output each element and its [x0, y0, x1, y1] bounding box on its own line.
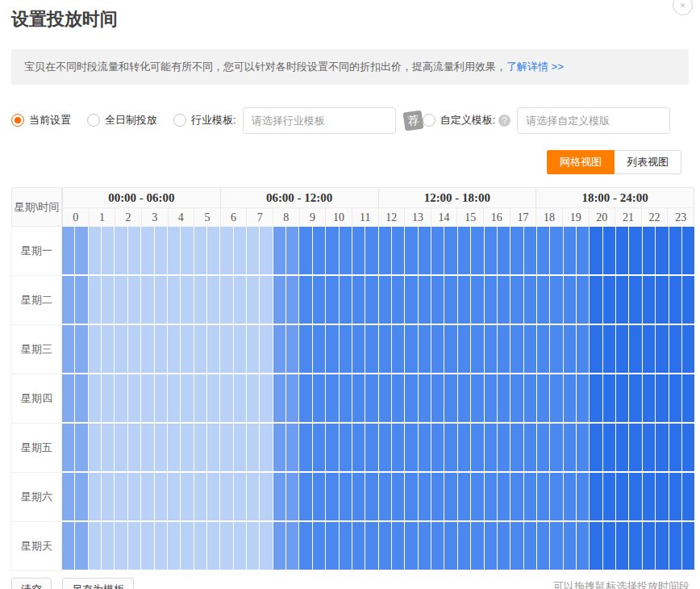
- time-cell[interactable]: [326, 276, 338, 324]
- time-cell[interactable]: [102, 522, 114, 570]
- time-cell[interactable]: [669, 276, 681, 324]
- time-cell[interactable]: [326, 325, 338, 373]
- time-cell[interactable]: [682, 424, 694, 471]
- time-cell[interactable]: [485, 276, 497, 324]
- time-cell[interactable]: [616, 424, 628, 471]
- time-cell[interactable]: [194, 227, 206, 274]
- time-cell[interactable]: [168, 473, 180, 520]
- time-cell[interactable]: [115, 374, 127, 422]
- time-cell[interactable]: [340, 522, 352, 570]
- time-cell[interactable]: [260, 424, 272, 471]
- time-cell[interactable]: [207, 227, 219, 274]
- time-cell[interactable]: [643, 522, 655, 570]
- time-cell[interactable]: [75, 276, 87, 324]
- industry-template-input[interactable]: [243, 107, 396, 134]
- time-cell[interactable]: [128, 227, 140, 274]
- time-cell[interactable]: [405, 522, 417, 570]
- time-cell[interactable]: [550, 424, 562, 471]
- time-cell[interactable]: [247, 325, 259, 373]
- time-cell[interactable]: [234, 424, 246, 471]
- time-cell[interactable]: [524, 473, 536, 520]
- time-cell[interactable]: [616, 276, 628, 324]
- time-cell[interactable]: [155, 424, 167, 471]
- time-cell[interactable]: [392, 374, 404, 422]
- clear-button[interactable]: 清空: [11, 578, 52, 589]
- time-cell[interactable]: [498, 424, 510, 471]
- time-cell[interactable]: [365, 473, 377, 520]
- time-cell[interactable]: [115, 522, 127, 570]
- time-cell[interactable]: [207, 374, 219, 422]
- time-cell[interactable]: [155, 227, 167, 274]
- time-cell[interactable]: [498, 374, 510, 422]
- time-cell[interactable]: [682, 325, 694, 373]
- time-cell[interactable]: [194, 276, 206, 324]
- radio-current-setting[interactable]: 当前设置: [11, 113, 71, 127]
- time-cell[interactable]: [273, 374, 285, 422]
- time-cell[interactable]: [168, 227, 180, 274]
- time-cell[interactable]: [234, 276, 246, 324]
- time-cell[interactable]: [234, 473, 246, 520]
- time-cell[interactable]: [326, 522, 338, 570]
- time-cell[interactable]: [577, 325, 589, 373]
- time-cell[interactable]: [656, 325, 668, 373]
- help-icon[interactable]: ?: [498, 115, 510, 127]
- time-cell[interactable]: [405, 374, 417, 422]
- time-cell[interactable]: [352, 325, 365, 373]
- time-cell[interactable]: [286, 522, 298, 570]
- time-cell[interactable]: [537, 473, 549, 520]
- radio-industry-template[interactable]: 行业模板:: [173, 113, 236, 127]
- radio-fulltime[interactable]: 全日制投放: [87, 113, 157, 127]
- time-cell[interactable]: [155, 473, 167, 520]
- time-cell[interactable]: [75, 325, 87, 373]
- time-cell[interactable]: [207, 276, 219, 324]
- time-cell[interactable]: [471, 424, 483, 471]
- time-cell[interactable]: [471, 276, 483, 324]
- time-cell[interactable]: [629, 325, 641, 373]
- time-cell[interactable]: [444, 374, 456, 422]
- time-cell[interactable]: [115, 325, 127, 373]
- time-cell[interactable]: [89, 424, 101, 471]
- time-cell[interactable]: [603, 227, 615, 274]
- time-cell[interactable]: [340, 473, 352, 520]
- time-cell[interactable]: [273, 473, 285, 520]
- time-cell[interactable]: [299, 227, 311, 274]
- time-cell[interactable]: [168, 374, 180, 422]
- time-cell[interactable]: [326, 227, 338, 274]
- time-cell[interactable]: [62, 522, 74, 570]
- time-cell[interactable]: [379, 473, 391, 520]
- time-cell[interactable]: [603, 325, 615, 373]
- list-view-button[interactable]: 列表视图: [615, 150, 681, 174]
- time-cell[interactable]: [128, 473, 140, 520]
- time-cell[interactable]: [564, 522, 576, 570]
- time-cell[interactable]: [62, 325, 74, 373]
- time-cell[interactable]: [181, 473, 193, 520]
- time-cell[interactable]: [458, 325, 470, 373]
- time-cell[interactable]: [537, 424, 549, 471]
- time-cell[interactable]: [643, 276, 655, 324]
- time-cell[interactable]: [419, 374, 431, 422]
- time-cell[interactable]: [299, 473, 311, 520]
- time-cell[interactable]: [141, 276, 153, 324]
- time-cell[interactable]: [498, 227, 510, 274]
- time-cell[interactable]: [102, 276, 114, 324]
- time-cell[interactable]: [419, 522, 431, 570]
- time-cell[interactable]: [444, 473, 456, 520]
- time-cell[interactable]: [603, 424, 615, 471]
- time-cell[interactable]: [181, 227, 193, 274]
- time-cell[interactable]: [141, 374, 153, 422]
- time-cell[interactable]: [299, 424, 311, 471]
- time-cell[interactable]: [220, 276, 232, 324]
- time-cell[interactable]: [141, 473, 153, 520]
- time-cell[interactable]: [392, 227, 404, 274]
- time-cell[interactable]: [352, 473, 365, 520]
- time-cell[interactable]: [352, 374, 365, 422]
- time-cell[interactable]: [207, 522, 219, 570]
- time-cell[interactable]: [313, 374, 325, 422]
- time-cell[interactable]: [379, 374, 391, 422]
- time-cell[interactable]: [629, 522, 641, 570]
- time-cell[interactable]: [510, 473, 523, 520]
- time-cell[interactable]: [405, 424, 417, 471]
- time-cell[interactable]: [510, 424, 523, 471]
- grid-view-button[interactable]: 网格视图: [547, 150, 615, 174]
- time-cell[interactable]: [220, 522, 232, 570]
